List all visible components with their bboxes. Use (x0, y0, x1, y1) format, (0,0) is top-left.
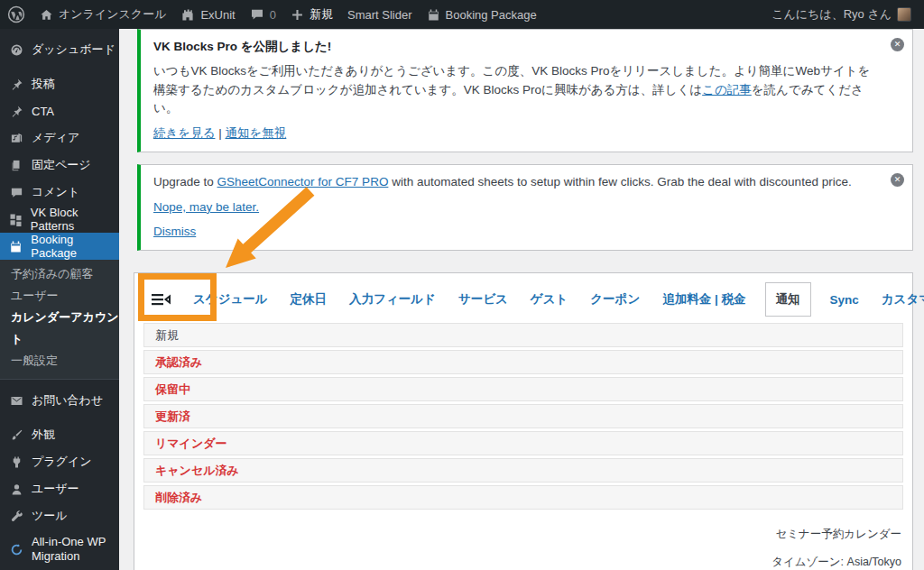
comment-icon (7, 186, 25, 199)
admin-content-area: VK Blocks Pro を公開しました! いつもVK Blocksをご利用い… (119, 29, 924, 570)
gsheetconnector-upgrade-notice: Upgrade to GSheetConnector for CF7 PRO w… (137, 164, 913, 251)
read-more-link[interactable]: 続きを見る (153, 126, 215, 140)
wordpress-logo-icon (7, 5, 25, 23)
sidebar-item-label: VK Block Patterns (31, 206, 119, 233)
notification-link-deleted[interactable]: 削除済み (155, 490, 202, 506)
sidebar-item-cta[interactable]: CTA (0, 97, 119, 124)
sidebar-item-posts[interactable]: 投稿 (0, 70, 119, 97)
admin-sidebar: ダッシュボード 投稿 CTA メディア 固定ページ コメント VK Block … (0, 29, 119, 570)
exunit-label: ExUnit (200, 8, 235, 22)
dashboard-icon (7, 43, 25, 57)
user-icon (7, 483, 25, 496)
notification-row-reminder: リマインダー (143, 431, 903, 455)
sidebar-item-booking-package[interactable]: Booking Package (0, 233, 119, 260)
calendar-icon (427, 8, 440, 22)
sidebar-item-label: コメント (32, 184, 79, 200)
submenu-item-calendar-accounts[interactable]: カレンダーアカウント (0, 307, 119, 350)
sidebar-item-label: お問い合わせ (32, 392, 103, 409)
current-menu-arrow (112, 239, 126, 253)
notification-link-canceled[interactable]: キャンセル済み (155, 463, 239, 479)
sidebar-item-label: All-in-One WP Migration (32, 535, 111, 565)
sidebar-item-pages[interactable]: 固定ページ (0, 152, 119, 179)
dismiss-notice-button[interactable]: ✕ (891, 38, 904, 51)
tab-guests[interactable]: ゲスト (531, 291, 568, 308)
exunit-castle-icon (180, 7, 195, 22)
media-icon (7, 132, 25, 145)
notification-row-approved: 承認済み (143, 350, 903, 374)
smart-slider-menu[interactable]: Smart Slider (340, 0, 420, 29)
sidebar-item-tools[interactable]: ツール (0, 502, 119, 529)
calendar-account-name: セミナー予約カレンダー (772, 527, 901, 542)
menu-toggle-icon[interactable] (151, 292, 171, 307)
tab-extra-charges-tax[interactable]: 追加料金 | 税金 (662, 291, 745, 308)
sidebar-item-media[interactable]: メディア (0, 124, 119, 152)
blocks-grid-icon (7, 213, 24, 226)
account-greeting: こんにちは、Ryo さん (772, 6, 892, 23)
sidebar-item-dashboard[interactable]: ダッシュボード (0, 36, 119, 63)
notification-link-reminder[interactable]: リマインダー (155, 436, 227, 452)
sidebar-item-plugins[interactable]: プラグイン (0, 448, 119, 475)
submenu-item-general-settings[interactable]: 一般設定 (0, 350, 119, 372)
avatar (897, 7, 911, 22)
dismiss-notice-button[interactable]: ✕ (891, 173, 904, 187)
sidebar-item-contact[interactable]: お問い合わせ (0, 387, 119, 414)
new-content-menu[interactable]: 新規 (283, 0, 340, 29)
sidebar-item-comments[interactable]: コメント (0, 179, 119, 206)
notification-row-deleted: 削除済み (143, 485, 903, 510)
pages-icon (7, 159, 25, 172)
upgrade-text-before: Upgrade to (153, 175, 217, 188)
notification-link-new[interactable]: 新規 (155, 327, 179, 344)
ignore-notification-link[interactable]: 通知を無視 (225, 126, 286, 140)
notification-link-updated[interactable]: 更新済 (155, 409, 190, 425)
wrench-icon (7, 510, 25, 523)
sidebar-item-label: 外観 (32, 427, 55, 443)
nope-later-link[interactable]: Nope, may be later. (153, 198, 876, 216)
submenu-item-booked-customers[interactable]: 予約済みの顧客 (0, 263, 119, 285)
sidebar-item-label: CTA (32, 105, 54, 118)
plugin-icon (7, 455, 25, 469)
sidebar-item-all-in-one-wp-migration[interactable]: All-in-One WP Migration (0, 529, 119, 569)
dismiss-link[interactable]: Dismiss (153, 223, 876, 241)
tab-services[interactable]: サービス (458, 291, 508, 308)
notification-row-pending: 保留中 (143, 377, 903, 401)
wordpress-logo-menu[interactable] (0, 0, 32, 29)
submenu-item-users[interactable]: ユーザー (0, 285, 119, 307)
booking-package-settings-panel: スケジュール 定休日 入力フィールド サービス ゲスト クーポン 追加料金 | … (134, 272, 913, 570)
comments-menu[interactable]: 0 (243, 0, 283, 29)
sidebar-item-label: プラグイン (32, 454, 92, 470)
notification-row-canceled: キャンセル済み (143, 458, 903, 483)
sidebar-item-users[interactable]: ユーザー (0, 475, 119, 502)
notification-list: 新規 承認済み 保留中 更新済 リマインダー キャンセル済み 削除済み (143, 323, 903, 510)
notification-link-pending[interactable]: 保留中 (155, 382, 190, 398)
tab-customize[interactable]: カスタマイズ (882, 291, 924, 308)
home-icon (40, 8, 53, 22)
site-name-link[interactable]: オンラインスクール (32, 0, 173, 29)
tab-notifications[interactable]: 通知 (765, 282, 811, 317)
smart-slider-label: Smart Slider (347, 8, 412, 22)
brush-icon (7, 428, 25, 442)
sidebar-item-vk-block-patterns[interactable]: VK Block Patterns (0, 206, 119, 233)
sidebar-item-appearance[interactable]: 外観 (0, 421, 119, 448)
pin-icon (7, 105, 25, 118)
sidebar-item-label: ツール (32, 508, 68, 524)
tab-coupons[interactable]: クーポン (590, 291, 640, 308)
mail-icon (7, 394, 25, 408)
timezone-label: タイムゾーン: Asia/Tokyo (772, 555, 901, 570)
account-menu[interactable]: こんにちは、Ryo さん (764, 0, 915, 29)
gsheetconnector-pro-link[interactable]: GSheetConnector for CF7 PRO (217, 175, 389, 188)
notification-link-approved[interactable]: 承認済み (155, 354, 202, 371)
calendar-icon (7, 240, 24, 253)
sidebar-item-label: ダッシュボード (32, 41, 116, 58)
notice-article-link[interactable]: この記事 (702, 83, 752, 97)
sidebar-item-label: メディア (32, 130, 79, 146)
tab-input-fields[interactable]: 入力フィールド (349, 291, 436, 308)
exunit-menu[interactable]: ExUnit (173, 0, 242, 29)
booking-package-submenu: 予約済みの顧客 ユーザー カレンダーアカウント 一般設定 (0, 260, 119, 380)
sidebar-item-label: ユーザー (32, 481, 79, 497)
tab-schedule[interactable]: スケジュール (193, 291, 268, 308)
vk-blocks-pro-notice: VK Blocks Pro を公開しました! いつもVK Blocksをご利用い… (137, 29, 913, 152)
tab-holidays[interactable]: 定休日 (291, 291, 328, 308)
booking-package-toolbar-menu[interactable]: Booking Package (420, 0, 544, 29)
upgrade-text-after: with automated sheets to setup within fe… (388, 175, 851, 188)
tab-sync[interactable]: Sync (830, 293, 859, 307)
